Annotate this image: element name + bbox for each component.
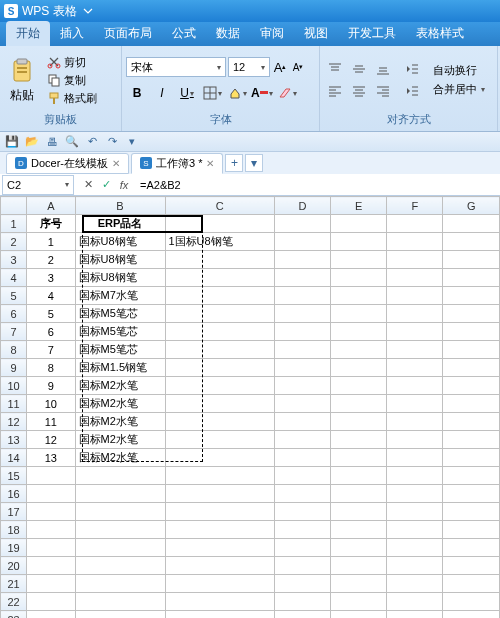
cell-E1[interactable] [331,215,387,233]
cell-A21[interactable] [27,575,76,593]
cell-B19[interactable] [75,539,165,557]
row-header-19[interactable]: 19 [1,539,27,557]
cut-button[interactable]: 剪切 [44,54,100,71]
cell-B7[interactable]: 国标M5笔芯 [75,323,165,341]
cell-C22[interactable] [165,593,274,611]
row-header-14[interactable]: 14 [1,449,27,467]
cell-B18[interactable] [75,521,165,539]
cell-G14[interactable] [443,449,500,467]
cell-C5[interactable] [165,287,274,305]
cell-F18[interactable] [387,521,443,539]
cell-B14[interactable]: 国标M2水笔 [75,449,165,467]
clear-format-button[interactable]: ▾ [276,83,298,103]
cell-E9[interactable] [331,359,387,377]
cell-G18[interactable] [443,521,500,539]
row-header-2[interactable]: 2 [1,233,27,251]
cell-A8[interactable]: 7 [27,341,76,359]
cell-B2[interactable]: 国标U8钢笔 [75,233,165,251]
cell-G9[interactable] [443,359,500,377]
cell-F23[interactable] [387,611,443,619]
cell-F15[interactable] [387,467,443,485]
cell-D7[interactable] [274,323,330,341]
cell-F1[interactable] [387,215,443,233]
cell-D15[interactable] [274,467,330,485]
cell-F19[interactable] [387,539,443,557]
copy-button[interactable]: 复制 [44,72,100,89]
cell-D18[interactable] [274,521,330,539]
row-header-8[interactable]: 8 [1,341,27,359]
row-header-22[interactable]: 22 [1,593,27,611]
cell-E13[interactable] [331,431,387,449]
cell-B16[interactable] [75,485,165,503]
cell-E19[interactable] [331,539,387,557]
cell-F4[interactable] [387,269,443,287]
align-top-button[interactable] [324,59,346,79]
qat-preview-icon[interactable]: 🔍 [64,134,80,150]
cell-G23[interactable] [443,611,500,619]
wrap-text-button[interactable]: 自动换行 [430,62,488,79]
cell-C10[interactable] [165,377,274,395]
cell-C7[interactable] [165,323,274,341]
cell-G16[interactable] [443,485,500,503]
row-header-21[interactable]: 21 [1,575,27,593]
cell-D6[interactable] [274,305,330,323]
cell-F12[interactable] [387,413,443,431]
cell-B4[interactable]: 国标U8钢笔 [75,269,165,287]
cell-C14[interactable] [165,449,274,467]
cell-D8[interactable] [274,341,330,359]
doc-menu-button[interactable]: ▾ [245,154,263,172]
row-header-7[interactable]: 7 [1,323,27,341]
close-icon[interactable]: ✕ [206,158,214,169]
cell-D19[interactable] [274,539,330,557]
cell-G17[interactable] [443,503,500,521]
cell-A9[interactable]: 8 [27,359,76,377]
cell-B17[interactable] [75,503,165,521]
row-header-4[interactable]: 4 [1,269,27,287]
cell-F3[interactable] [387,251,443,269]
cell-E3[interactable] [331,251,387,269]
row-header-10[interactable]: 10 [1,377,27,395]
cell-D11[interactable] [274,395,330,413]
cell-F11[interactable] [387,395,443,413]
cell-E18[interactable] [331,521,387,539]
cell-C17[interactable] [165,503,274,521]
ribbon-tab-5[interactable]: 审阅 [250,21,294,46]
cell-D10[interactable] [274,377,330,395]
cell-A4[interactable]: 3 [27,269,76,287]
cell-A16[interactable] [27,485,76,503]
cell-B11[interactable]: 国标M2水笔 [75,395,165,413]
qat-more-icon[interactable]: ▾ [124,134,140,150]
cell-F5[interactable] [387,287,443,305]
col-header-B[interactable]: B [75,197,165,215]
underline-button[interactable]: U▾ [176,83,198,103]
cell-B1[interactable]: ERP品名 [75,215,165,233]
cell-C3[interactable] [165,251,274,269]
cell-D4[interactable] [274,269,330,287]
col-header-D[interactable]: D [274,197,330,215]
col-header-C[interactable]: C [165,197,274,215]
cell-E4[interactable] [331,269,387,287]
cell-C13[interactable] [165,431,274,449]
ribbon-tab-3[interactable]: 公式 [162,21,206,46]
row-header-13[interactable]: 13 [1,431,27,449]
cell-G10[interactable] [443,377,500,395]
select-all-corner[interactable] [1,197,27,215]
cell-A1[interactable]: 序号 [27,215,76,233]
fill-color-button[interactable]: ▾ [226,83,248,103]
row-header-6[interactable]: 6 [1,305,27,323]
cell-C8[interactable] [165,341,274,359]
row-header-16[interactable]: 16 [1,485,27,503]
cell-F2[interactable] [387,233,443,251]
cell-E12[interactable] [331,413,387,431]
cell-E7[interactable] [331,323,387,341]
cell-A13[interactable]: 12 [27,431,76,449]
cell-E17[interactable] [331,503,387,521]
cell-B23[interactable] [75,611,165,619]
format-painter-button[interactable]: 格式刷 [44,90,100,107]
cell-A14[interactable]: 13 [27,449,76,467]
cell-A19[interactable] [27,539,76,557]
paste-button[interactable]: 粘贴 [4,55,40,106]
row-header-5[interactable]: 5 [1,287,27,305]
doc-tab-1[interactable]: S工作簿3 *✕ [131,153,223,174]
ribbon-tab-8[interactable]: 表格样式 [406,21,474,46]
